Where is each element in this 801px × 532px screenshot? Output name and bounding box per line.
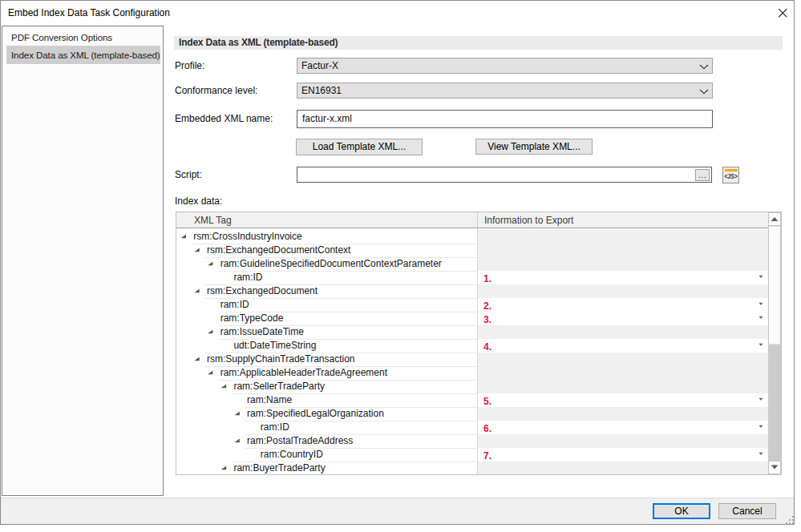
svg-text:7.: 7. <box>483 450 492 461</box>
svg-text:4.: 4. <box>483 341 492 353</box>
svg-text:ram:SellerTradeParty: ram:SellerTradeParty <box>233 381 325 392</box>
svg-text:ram:ApplicableHeaderTradeAgree: ram:ApplicableHeaderTradeAgreement <box>220 367 388 378</box>
svg-text:rsm:ExchangedDocument: rsm:ExchangedDocument <box>207 285 318 296</box>
svg-text:5.: 5. <box>483 396 492 407</box>
svg-text:rsm:ExchangedDocumentContext: rsm:ExchangedDocumentContext <box>207 244 351 256</box>
svg-text:XML Tag: XML Tag <box>194 215 232 226</box>
svg-text:ram:BuyerTradeParty: ram:BuyerTradeParty <box>233 462 325 474</box>
svg-text:ram:PostalTradeAddress: ram:PostalTradeAddress <box>247 435 353 446</box>
svg-text:rsm:CrossIndustryInvoice: rsm:CrossIndustryInvoice <box>193 231 302 242</box>
svg-text:ram:GuidelineSpecifiedDocument: ram:GuidelineSpecifiedDocumentContextPar… <box>220 258 442 269</box>
svg-text:udt:DateTimeString: udt:DateTimeString <box>233 340 316 351</box>
svg-text:ram:CountryID: ram:CountryID <box>261 449 323 460</box>
svg-text:rsm:SupplyChainTradeTransactio: rsm:SupplyChainTradeTransaction <box>207 353 355 365</box>
svg-text:6.: 6. <box>483 423 492 434</box>
svg-text:ram:Name: ram:Name <box>247 394 292 405</box>
svg-text:ram:ID: ram:ID <box>261 421 289 433</box>
svg-text:Information to Export: Information to Export <box>484 215 574 226</box>
svg-text:2.: 2. <box>483 300 492 312</box>
svg-text:1.: 1. <box>483 273 492 284</box>
svg-text:ram:ID: ram:ID <box>233 272 262 283</box>
svg-text:ram:ID: ram:ID <box>220 299 249 310</box>
svg-text:ram:TypeCode: ram:TypeCode <box>220 312 284 324</box>
svg-text:ram:SpecifiedLegalOrganization: ram:SpecifiedLegalOrganization <box>247 408 384 419</box>
svg-text:3.: 3. <box>483 314 492 325</box>
svg-text:ram:IssueDateTime: ram:IssueDateTime <box>220 326 305 337</box>
